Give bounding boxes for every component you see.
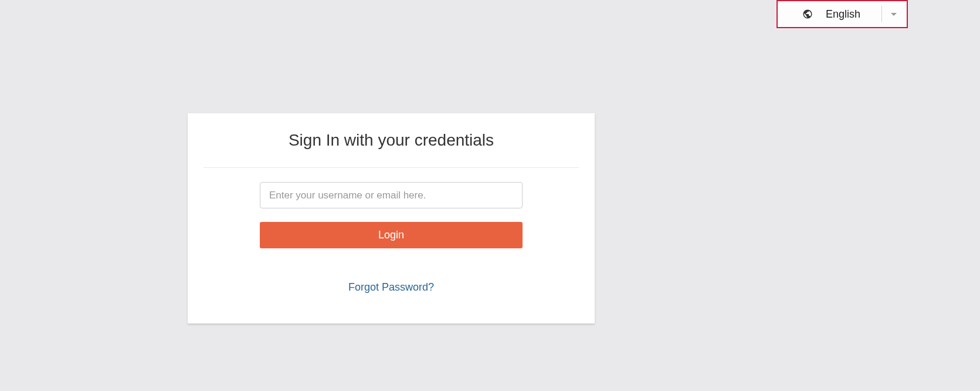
username-input[interactable]: [260, 182, 523, 208]
globe-icon: [802, 9, 813, 19]
login-card: Sign In with your credentials Login Forg…: [188, 113, 595, 323]
language-label: English: [826, 8, 860, 21]
divider: [881, 6, 882, 22]
chevron-down-icon: [890, 9, 897, 19]
login-form: Login Forgot Password?: [188, 168, 595, 294]
language-selector[interactable]: English: [776, 0, 908, 28]
login-heading: Sign In with your credentials: [188, 113, 595, 167]
forgot-password-link[interactable]: Forgot Password?: [348, 281, 434, 294]
login-button[interactable]: Login: [260, 222, 523, 248]
